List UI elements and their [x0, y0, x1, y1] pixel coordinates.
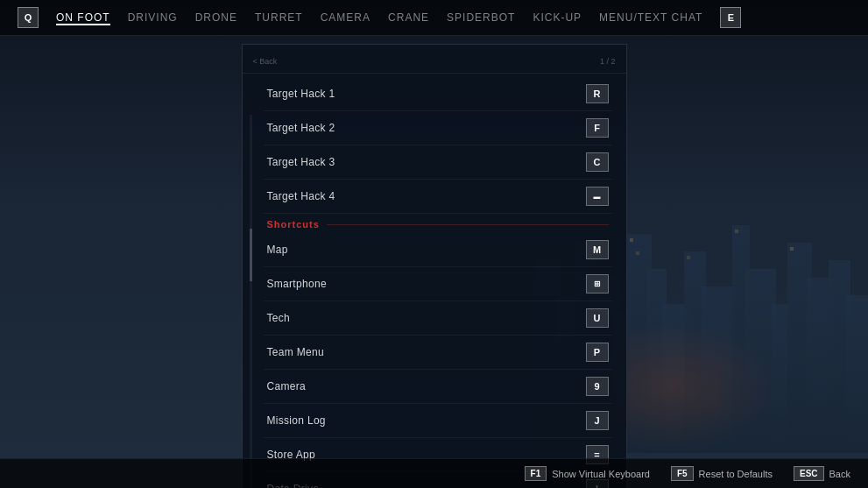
key-badge[interactable]: ▬: [586, 187, 609, 206]
key-badge[interactable]: ⊞: [586, 274, 609, 294]
keybind-label: Target Hack 2: [267, 122, 335, 134]
keybind-label: Target Hack 3: [267, 156, 335, 168]
keybinds-panel: < Back 1 / 2 Target Hack 1 R Target Hack…: [242, 44, 627, 488]
keybind-row-mission-log[interactable]: Mission Log J: [264, 404, 612, 438]
keybind-label: Map: [267, 244, 288, 256]
keybind-row-map[interactable]: Map M: [264, 233, 612, 267]
keybind-label: Target Hack 4: [267, 190, 335, 202]
keybind-row-team-menu[interactable]: Team Menu P: [264, 336, 612, 370]
nav-item-turret[interactable]: TURRET: [255, 10, 303, 25]
section-label: Shortcuts: [267, 219, 320, 230]
top-navigation: Q ON FOOT DRIVING DRONE TURRET CAMERA CR…: [0, 0, 868, 36]
key-badge[interactable]: P: [586, 343, 609, 362]
bottom-bar: F1 Show Virtual Keyboard F5 Reset to Def…: [0, 458, 868, 488]
show-virtual-keyboard-label: Show Virtual Keyboard: [552, 469, 650, 479]
show-virtual-keyboard-action[interactable]: F1 Show Virtual Keyboard: [525, 466, 650, 481]
keybind-label: Target Hack 1: [267, 88, 335, 100]
key-badge[interactable]: U: [586, 308, 609, 328]
back-action[interactable]: ESC Back: [794, 466, 850, 481]
panel-page: 1 / 2: [600, 57, 616, 66]
keybind-label: Tech: [267, 312, 291, 324]
svg-rect-18: [636, 251, 639, 255]
section-divider: [327, 224, 609, 225]
nav-item-drone[interactable]: DRONE: [195, 10, 237, 25]
keybind-label: Smartphone: [267, 278, 327, 290]
svg-rect-20: [790, 247, 794, 251]
nav-item-on-foot[interactable]: ON FOOT: [56, 10, 110, 25]
key-badge[interactable]: 9: [586, 377, 609, 396]
keybind-list: Target Hack 1 R Target Hack 2 F Target H…: [243, 77, 626, 488]
keybind-label: Team Menu: [267, 346, 324, 358]
keybind-label: Mission Log: [267, 414, 326, 427]
scroll-indicator: [250, 115, 252, 488]
nav-item-spiderbot[interactable]: SPIDERBOT: [447, 10, 515, 25]
keybind-row-target-hack-2[interactable]: Target Hack 2 F: [264, 111, 612, 145]
shortcuts-section-header: Shortcuts: [264, 214, 612, 233]
nav-left-key[interactable]: Q: [18, 7, 39, 28]
key-badge[interactable]: M: [586, 240, 609, 259]
svg-rect-16: [846, 295, 868, 453]
keybind-row-target-hack-1[interactable]: Target Hack 1 R: [264, 77, 612, 111]
back-label: Back: [829, 469, 850, 479]
show-virtual-keyboard-key[interactable]: F1: [525, 466, 547, 481]
keybind-label: Camera: [267, 380, 306, 393]
back-key[interactable]: ESC: [794, 466, 824, 481]
nav-right-key[interactable]: E: [720, 7, 741, 28]
reset-label: Reset to Defaults: [699, 469, 773, 479]
svg-rect-9: [702, 286, 737, 453]
scroll-thumb: [250, 229, 252, 281]
panel-back: < Back: [253, 57, 278, 66]
nav-item-crane[interactable]: CRANE: [388, 10, 429, 25]
key-badge[interactable]: R: [586, 84, 609, 103]
nav-item-menu-text-chat[interactable]: MENU/TEXT CHAT: [599, 10, 702, 25]
keybind-row-smartphone[interactable]: Smartphone ⊞: [264, 267, 612, 301]
nav-item-camera[interactable]: CAMERA: [321, 10, 370, 25]
keybind-row-camera[interactable]: Camera 9: [264, 370, 612, 404]
keybind-row-target-hack-4[interactable]: Target Hack 4 ▬: [264, 180, 612, 214]
svg-rect-17: [630, 238, 633, 242]
keybind-row-target-hack-3[interactable]: Target Hack 3 C: [264, 145, 612, 180]
svg-rect-19: [735, 230, 738, 233]
nav-item-kick-up[interactable]: KICK-UP: [533, 10, 582, 25]
key-badge[interactable]: C: [586, 152, 609, 172]
nav-item-driving[interactable]: DRIVING: [128, 10, 178, 25]
keybind-row-tech[interactable]: Tech U: [264, 301, 612, 336]
key-badge[interactable]: F: [586, 118, 609, 138]
key-badge[interactable]: J: [586, 411, 609, 430]
svg-rect-21: [687, 256, 690, 259]
panel-topbar: < Back 1 / 2: [243, 53, 626, 74]
svg-rect-11: [745, 269, 776, 453]
reset-key[interactable]: F5: [671, 466, 694, 481]
reset-to-defaults-action[interactable]: F5 Reset to Defaults: [671, 466, 773, 481]
